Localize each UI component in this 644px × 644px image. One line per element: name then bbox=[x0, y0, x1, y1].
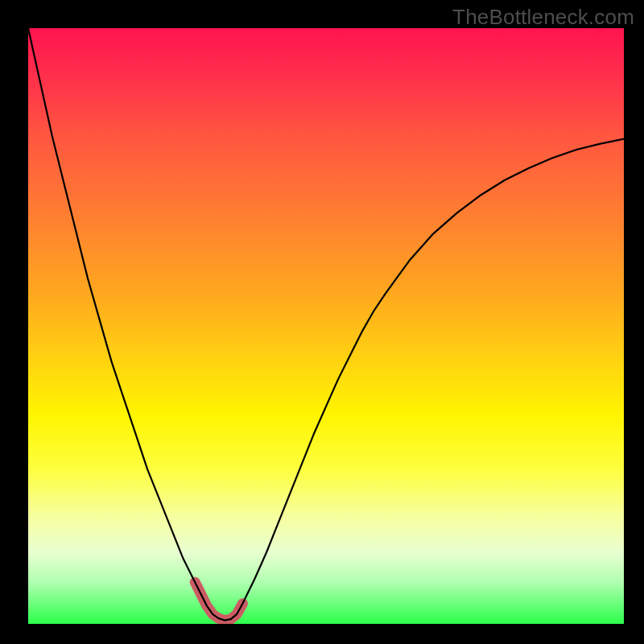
chart-frame: TheBottleneck.com bbox=[0, 0, 644, 644]
watermark-text: TheBottleneck.com bbox=[452, 5, 634, 30]
bottleneck-curve bbox=[28, 28, 624, 621]
chart-svg bbox=[28, 28, 624, 624]
